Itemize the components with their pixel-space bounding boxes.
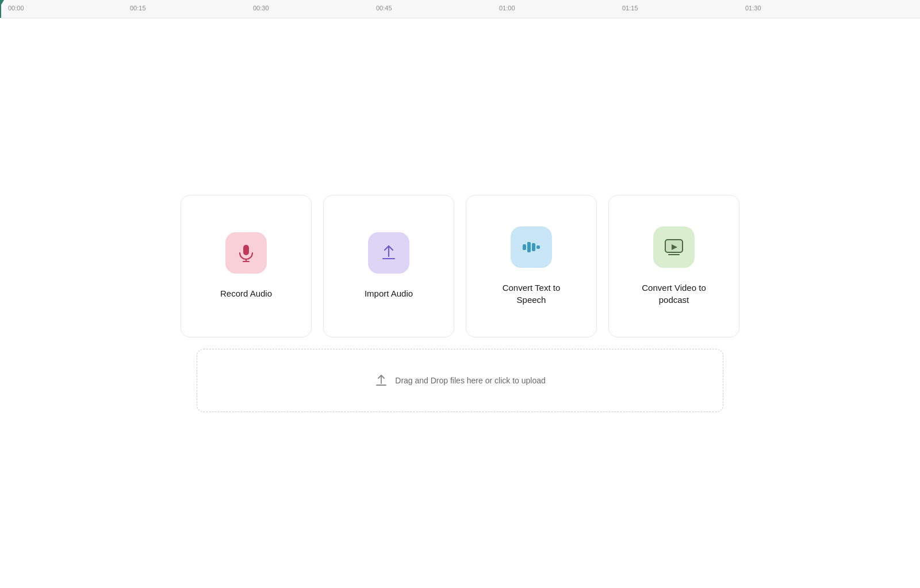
timeline-tick-2: 00:30 [253,0,269,11]
drop-zone-upload-icon [374,374,388,387]
convert-text-card[interactable]: Convert Text toSpeech [466,195,597,337]
svg-rect-5 [532,243,535,251]
import-audio-label: Import Audio [365,287,413,299]
convert-video-label: Convert Video topodcast [642,282,706,306]
timeline-tick-6: 01:30 [745,0,761,11]
svg-rect-4 [527,242,531,252]
convert-video-icon-wrapper [653,226,695,268]
timeline-ruler: 00:00 00:15 00:30 00:45 01:00 01:15 01:3… [0,0,920,18]
video-podcast-icon [664,237,684,258]
convert-video-card[interactable]: Convert Video topodcast [608,195,739,337]
svg-rect-3 [523,244,526,250]
convert-text-label: Convert Text toSpeech [503,282,561,306]
microphone-icon [236,243,256,263]
timeline-playhead[interactable] [0,0,1,18]
action-cards-container: Record Audio Import Audio [181,195,739,337]
timeline-tick-1: 00:15 [130,0,146,11]
record-audio-icon-wrapper [225,232,267,274]
timeline-tick-5: 01:15 [622,0,638,11]
waveform-icon [521,237,542,258]
import-audio-card[interactable]: Import Audio [323,195,454,337]
drop-zone[interactable]: Drag and Drop files here or click to upl… [197,349,723,412]
timeline-tick-4: 01:00 [499,0,515,11]
timeline-tick-0: 00:00 [8,0,24,11]
record-audio-card[interactable]: Record Audio [181,195,312,337]
convert-text-icon-wrapper [511,226,552,268]
record-audio-label: Record Audio [220,287,272,299]
import-audio-icon-wrapper [368,232,409,274]
svg-rect-6 [536,245,540,249]
svg-rect-0 [243,245,249,255]
timeline-tick-3: 00:45 [376,0,392,11]
upload-icon [378,243,399,263]
drop-zone-label: Drag and Drop files here or click to upl… [395,376,545,385]
main-content: Record Audio Import Audio [0,18,920,588]
